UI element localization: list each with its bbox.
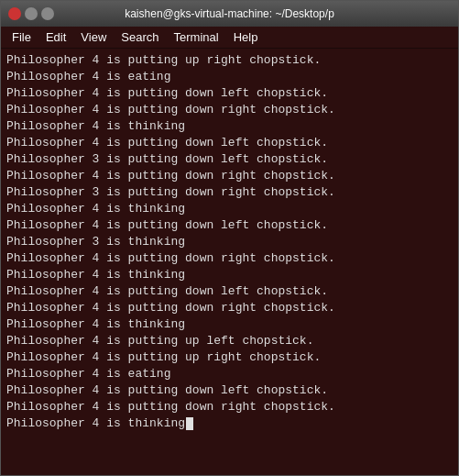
title-bar: kaishen@gks-virtual-machine: ~/Desktop/p — [1, 1, 458, 27]
terminal-line: Philosopher 3 is thinking — [6, 234, 453, 250]
terminal-body[interactable]: Philosopher 4 is putting up right chopst… — [1, 49, 458, 475]
terminal-line: Philosopher 4 is putting up right chopst… — [6, 52, 453, 69]
terminal-line: Philosopher 4 is putting down right chop… — [6, 102, 453, 118]
terminal-line: Philosopher 4 is putting down right chop… — [6, 250, 453, 267]
terminal-line: Philosopher 4 is putting up right chopst… — [6, 349, 453, 366]
title-text: kaishen@gks-virtual-machine: ~/Desktop/p — [125, 7, 334, 20]
menu-item-help[interactable]: Help — [226, 28, 266, 46]
terminal-line: Philosopher 4 is thinking — [6, 415, 453, 432]
terminal-line: Philosopher 4 is putting up left chopsti… — [6, 333, 453, 349]
menu-item-file[interactable]: File — [5, 28, 38, 46]
terminal-line: Philosopher 4 is putting down left chops… — [6, 217, 453, 234]
terminal-line: Philosopher 4 is eating — [6, 366, 453, 382]
maximize-button[interactable] — [41, 7, 54, 20]
terminal-line: Philosopher 4 is thinking — [6, 267, 453, 283]
minimize-button[interactable] — [25, 7, 38, 20]
terminal-line: Philosopher 4 is putting down right chop… — [6, 168, 453, 184]
terminal-window: kaishen@gks-virtual-machine: ~/Desktop/p… — [0, 0, 459, 476]
window-controls — [8, 7, 54, 20]
menu-item-search[interactable]: Search — [114, 28, 166, 46]
terminal-line: Philosopher 4 is putting down right chop… — [6, 399, 453, 415]
terminal-line: Philosopher 4 is putting down left chops… — [6, 85, 453, 102]
terminal-line: Philosopher 4 is eating — [6, 69, 453, 85]
terminal-line: Philosopher 4 is putting down left chops… — [6, 382, 453, 399]
terminal-line: Philosopher 4 is thinking — [6, 316, 453, 333]
terminal-line: Philosopher 4 is putting down left chops… — [6, 283, 453, 300]
menu-item-view[interactable]: View — [73, 28, 114, 46]
terminal-line: Philosopher 3 is putting down left chops… — [6, 151, 453, 168]
terminal-line: Philosopher 4 is thinking — [6, 118, 453, 135]
terminal-line: Philosopher 3 is putting down right chop… — [6, 184, 453, 201]
close-button[interactable] — [8, 7, 21, 20]
terminal-line: Philosopher 4 is thinking — [6, 201, 453, 217]
terminal-line: Philosopher 4 is putting down right chop… — [6, 300, 453, 316]
menu-item-edit[interactable]: Edit — [38, 28, 73, 46]
terminal-cursor — [186, 417, 193, 430]
menu-bar: FileEditViewSearchTerminalHelp — [1, 27, 458, 49]
menu-item-terminal[interactable]: Terminal — [167, 28, 226, 46]
terminal-line: Philosopher 4 is putting down left chops… — [6, 135, 453, 151]
